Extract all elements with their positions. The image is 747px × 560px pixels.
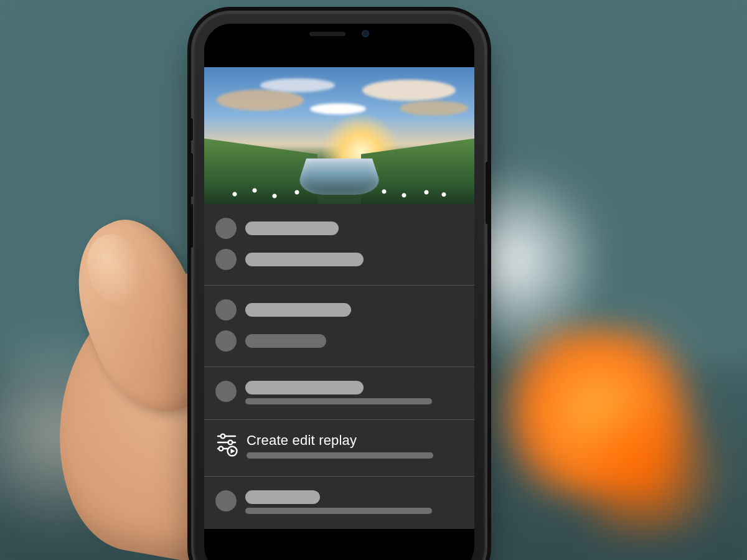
placeholder-circle-icon (215, 330, 237, 352)
menu-group (204, 204, 474, 286)
svg-point-1 (221, 434, 225, 439)
menu-group (204, 367, 474, 420)
menu-item[interactable] (215, 213, 463, 244)
menu-item[interactable] (215, 376, 463, 409)
placeholder-sublabel (245, 508, 432, 514)
placeholder-label (245, 303, 351, 317)
front-camera-icon (362, 30, 369, 37)
menu-item[interactable] (215, 325, 463, 357)
placeholder-circle-icon (215, 381, 237, 402)
placeholder-sublabel (247, 452, 433, 459)
share-menu-panel: Create edit replay (204, 204, 474, 529)
placeholder-label (245, 253, 364, 266)
hero-image (204, 67, 474, 204)
placeholder-label (245, 490, 320, 504)
menu-item[interactable] (215, 294, 463, 325)
placeholder-circle-icon (215, 218, 237, 239)
create-edit-replay-item[interactable]: Create edit replay (215, 429, 463, 466)
sliders-play-icon (215, 432, 238, 460)
menu-group: Create edit replay (204, 420, 474, 477)
placeholder-circle-icon (215, 299, 237, 320)
menu-group (204, 286, 474, 367)
menu-item[interactable] (215, 244, 463, 275)
phone-notch (274, 24, 405, 44)
placeholder-circle-icon (215, 490, 237, 511)
create-edit-replay-label: Create edit replay (247, 432, 463, 449)
phone-screen: Create edit replay (204, 24, 474, 560)
placeholder-label (245, 222, 339, 235)
speaker-icon (309, 32, 345, 36)
menu-group (204, 477, 474, 529)
placeholder-label (245, 381, 364, 394)
placeholder-label (245, 334, 326, 348)
svg-point-5 (219, 447, 223, 451)
svg-point-3 (228, 441, 233, 445)
placeholder-sublabel (245, 398, 432, 404)
menu-item[interactable] (215, 485, 463, 519)
phone-frame: Create edit replay (193, 12, 486, 560)
placeholder-circle-icon (215, 249, 237, 270)
